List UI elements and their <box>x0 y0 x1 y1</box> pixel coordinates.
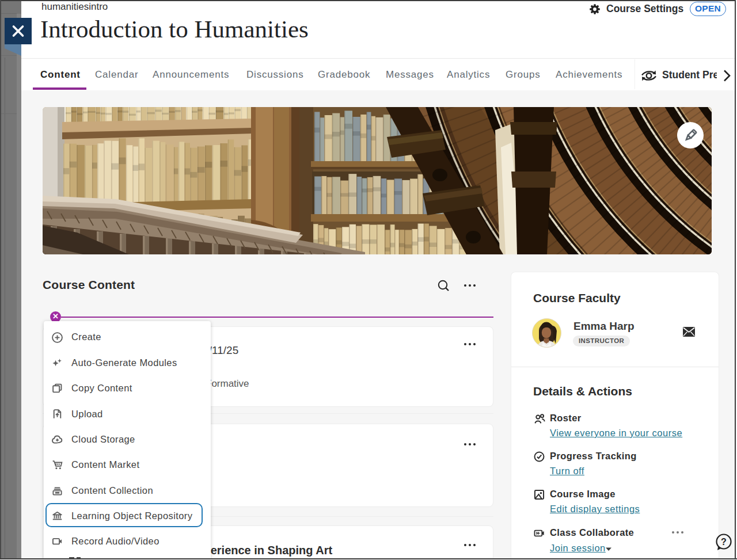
svg-text:?: ? <box>721 537 727 547</box>
